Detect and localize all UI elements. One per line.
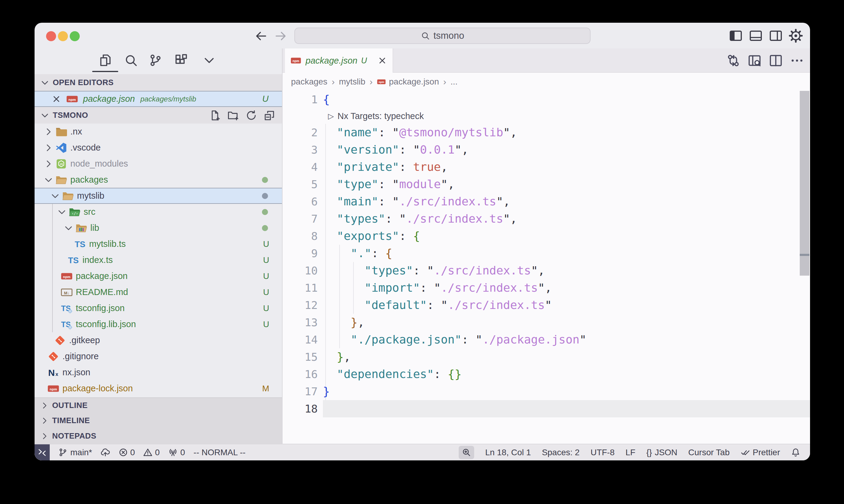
- chevron-right-icon: [40, 432, 49, 441]
- line-content: },: [318, 348, 351, 365]
- more-icon[interactable]: [790, 54, 804, 68]
- code-line-16[interactable]: 16 "dependencies": {}: [282, 365, 810, 383]
- code-line-12[interactable]: 12 "default": "./src/index.ts": [282, 296, 810, 314]
- status-label: -- NORMAL --: [193, 448, 245, 457]
- open-editors-header[interactable]: OPEN EDITORS: [35, 74, 282, 91]
- compare-changes-icon[interactable]: [726, 54, 740, 68]
- tree-item-package.json[interactable]: npmpackage.jsonU: [35, 268, 282, 284]
- status-item-prettier[interactable]: Prettier: [741, 448, 780, 457]
- tree-item-src[interactable]: ‹/›src: [35, 204, 282, 220]
- code-line-15[interactable]: 15 },: [282, 348, 810, 365]
- status-item-utf-8[interactable]: UTF-8: [590, 448, 615, 457]
- tree-item-.gitkeep[interactable]: .gitkeep: [35, 332, 282, 348]
- tree-item-nx.json[interactable]: Nxnx.json: [35, 364, 282, 380]
- status-item-ln-18-col-1[interactable]: Ln 18, Col 1: [485, 448, 531, 457]
- breadcrumb-item[interactable]: packages: [291, 77, 327, 87]
- tree-item-packages[interactable]: packages: [35, 172, 282, 188]
- status-item-group[interactable]: 00: [119, 448, 160, 457]
- code-line-4[interactable]: 4 "private": true,: [282, 158, 810, 176]
- status-item-lf[interactable]: LF: [625, 448, 635, 457]
- tree-item-index.ts[interactable]: TSindex.tsU: [35, 252, 282, 268]
- status-item--normal-[interactable]: -- NORMAL --: [193, 448, 245, 457]
- status-item-main-[interactable]: main*: [58, 448, 92, 457]
- layout-sidebar-right-icon[interactable]: [769, 29, 783, 43]
- tree-item-node-modules[interactable]: JSnode_modules: [35, 156, 282, 172]
- status-item-zoom-in[interactable]: [459, 446, 474, 459]
- folder-lib-icon: [74, 222, 88, 234]
- zoom-button[interactable]: [70, 31, 80, 41]
- line-content: ".": {: [318, 245, 392, 262]
- code-line-17[interactable]: 17}: [282, 383, 810, 400]
- open-editor-item[interactable]: npm package.json packages/mytslib U: [35, 91, 282, 107]
- section-outline[interactable]: OUTLINE: [35, 397, 282, 413]
- status-item-cursor-tab[interactable]: Cursor Tab: [688, 448, 729, 457]
- code-editor[interactable]: 1{▷Nx Targets: typecheck2 "name": "@tsmo…: [282, 91, 810, 444]
- layout-sidebar-left-icon[interactable]: [729, 29, 743, 43]
- new-folder-icon[interactable]: [227, 110, 239, 121]
- section-timeline[interactable]: TIMELINE: [35, 413, 282, 428]
- tree-item-mytslib[interactable]: mytslib: [35, 188, 282, 204]
- code-line-14[interactable]: 14 "./package.json": "./package.json": [282, 331, 810, 348]
- tab-package-json[interactable]: npm package.json U: [285, 49, 393, 73]
- code-line-18[interactable]: 18: [282, 400, 810, 417]
- code-line-3[interactable]: 3 "version": "0.0.1",: [282, 141, 810, 158]
- codelens-nx-targets[interactable]: ▷Nx Targets: typecheck: [282, 108, 810, 124]
- breadcrumb-item[interactable]: mytslib: [339, 77, 365, 87]
- tree-item-.nx[interactable]: .nx: [35, 124, 282, 140]
- back-arrow-icon[interactable]: [254, 30, 268, 43]
- refresh-icon[interactable]: [245, 110, 257, 121]
- scrollbar[interactable]: [800, 91, 809, 276]
- code-line-10[interactable]: 10 "types": "./src/index.ts",: [282, 262, 810, 279]
- status-item-spaces-2[interactable]: Spaces: 2: [542, 448, 580, 457]
- command-center-search[interactable]: tsmono: [294, 28, 590, 44]
- tree-item-tsconfig.lib.json[interactable]: TStsconfig.lib.jsonU: [35, 316, 282, 332]
- tree-item-.gitignore[interactable]: .gitignore: [35, 348, 282, 364]
- code-line-1[interactable]: 1{: [282, 91, 810, 108]
- workspace-header[interactable]: TSMONO: [35, 107, 282, 124]
- section-notepads[interactable]: NOTEPADS: [35, 428, 282, 444]
- code-line-7[interactable]: 7 "types": "./src/index.ts",: [282, 210, 810, 228]
- source-control-icon[interactable]: [149, 53, 162, 67]
- close-button[interactable]: [46, 31, 56, 41]
- collapse-all-icon[interactable]: [264, 110, 275, 121]
- code-line-8[interactable]: 8 "exports": {: [282, 228, 810, 245]
- tree-item-tsconfig.json[interactable]: TStsconfig.jsonU: [35, 300, 282, 316]
- remote-indicator[interactable]: [35, 444, 50, 461]
- tree-item-mytslib.ts[interactable]: TSmytslib.tsU: [35, 236, 282, 252]
- tree-item-readme.md[interactable]: M↓README.mdU: [35, 284, 282, 300]
- code-line-5[interactable]: 5 "type": "module",: [282, 176, 810, 193]
- breadcrumb-item[interactable]: npmpackage.json: [377, 77, 439, 87]
- code-line-13[interactable]: 13 },: [282, 314, 810, 331]
- minimize-button[interactable]: [58, 31, 68, 41]
- gear-icon[interactable]: [789, 29, 803, 43]
- section-title: NOTEPADS: [52, 431, 97, 441]
- code-line-2[interactable]: 2 "name": "@tsmono/mytslib",: [282, 124, 810, 141]
- code-line-6[interactable]: 6 "main": "./src/index.ts",: [282, 193, 810, 210]
- code-line-11[interactable]: 11 "import": "./src/index.ts",: [282, 279, 810, 296]
- ts-config-icon: TS: [60, 318, 73, 330]
- layout-panel-icon[interactable]: [749, 29, 763, 43]
- close-icon[interactable]: [52, 94, 61, 104]
- tree-item-package-lock.json[interactable]: npmpackage-lock.jsonM: [35, 380, 282, 396]
- breadcrumb-separator: ›: [369, 77, 373, 87]
- search-icon[interactable]: [124, 53, 138, 67]
- code-line-9[interactable]: 9 ".": {: [282, 245, 810, 262]
- breadcrumb-item[interactable]: ...: [450, 77, 458, 87]
- status-item-0[interactable]: 0: [168, 448, 185, 457]
- tree-item-lib[interactable]: lib: [35, 220, 282, 236]
- chevron-down-icon: [42, 175, 55, 185]
- extensions-icon[interactable]: [174, 53, 188, 67]
- codelens-text: Nx Targets: typecheck: [338, 111, 424, 121]
- new-file-icon[interactable]: [209, 110, 221, 121]
- tree-item-.vscode[interactable]: .vscode: [35, 140, 282, 156]
- close-icon[interactable]: [377, 56, 387, 66]
- open-preview-icon[interactable]: [747, 54, 761, 68]
- status-item-json[interactable]: {}JSON: [646, 448, 677, 457]
- files-icon[interactable]: [98, 53, 112, 67]
- chevron-down-icon[interactable]: [202, 53, 216, 67]
- status-item-cloud-upload[interactable]: [101, 448, 110, 457]
- status-right: Ln 18, Col 1Spaces: 2UTF-8LF{}JSONCursor…: [454, 446, 810, 459]
- forward-arrow-icon[interactable]: [274, 30, 288, 43]
- status-item-bell[interactable]: [791, 448, 800, 457]
- split-editor-icon[interactable]: [769, 54, 783, 68]
